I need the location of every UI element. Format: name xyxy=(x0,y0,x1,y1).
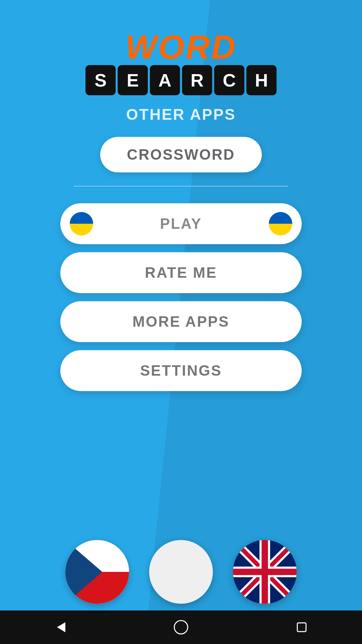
tile-c: C xyxy=(214,65,244,95)
nav-recent-button[interactable] xyxy=(292,617,312,637)
tile-r: R xyxy=(182,65,212,95)
nav-bar xyxy=(0,610,362,644)
ukraine-top-left xyxy=(70,212,93,224)
tile-s: S xyxy=(85,65,116,95)
word-logo-text: WORD xyxy=(125,30,237,64)
more-apps-button[interactable]: MORE APPS xyxy=(60,301,302,342)
home-icon xyxy=(173,619,189,636)
rate-me-button[interactable]: RATE ME xyxy=(60,252,302,293)
settings-label: SETTINGS xyxy=(140,362,222,379)
main-content: WORD S E A R C H OTHER APPS CROSSWORD PL… xyxy=(0,0,362,644)
recent-icon xyxy=(293,619,310,636)
tile-h: H xyxy=(246,65,277,95)
nav-home-button[interactable] xyxy=(171,617,191,637)
rate-me-label: RATE ME xyxy=(145,264,217,281)
divider xyxy=(74,186,288,186)
logo-area: WORD S E A R C H OTHER APPS xyxy=(85,30,277,123)
play-label: PLAY xyxy=(160,215,202,232)
play-button[interactable]: PLAY xyxy=(60,203,302,244)
back-icon xyxy=(52,619,69,636)
ukraine-bottom-right xyxy=(269,224,292,235)
buttons-section: PLAY RATE ME MORE APPS SETTINGS xyxy=(0,203,362,391)
more-apps-label: MORE APPS xyxy=(132,313,229,330)
tile-a: A xyxy=(150,65,180,95)
nav-back-button[interactable] xyxy=(50,617,70,637)
ukraine-flag-left xyxy=(70,212,93,235)
search-tiles: S E A R C H xyxy=(85,65,277,95)
svg-point-10 xyxy=(174,621,188,634)
settings-button[interactable]: SETTINGS xyxy=(60,350,302,391)
svg-marker-9 xyxy=(57,622,65,632)
ukraine-top-right xyxy=(269,212,292,224)
ukraine-flag-right xyxy=(269,212,292,235)
tile-e: E xyxy=(118,65,148,95)
ukraine-bottom-left xyxy=(70,224,93,235)
crossword-button[interactable]: CROSSWORD xyxy=(100,137,262,172)
other-apps-label: OTHER APPS xyxy=(126,105,236,123)
svg-rect-11 xyxy=(297,623,306,632)
